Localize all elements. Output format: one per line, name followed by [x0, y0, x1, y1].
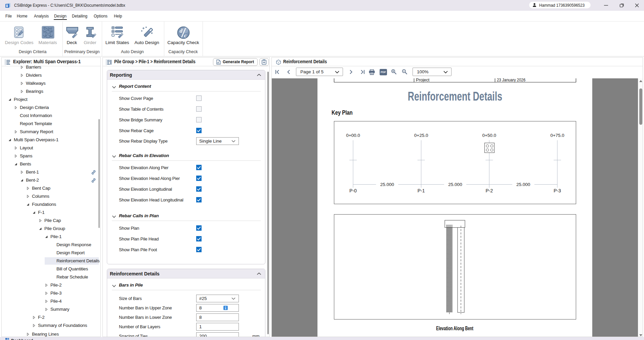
svg-text:25.000: 25.000 [448, 182, 462, 187]
svg-text:P-0: P-0 [349, 188, 357, 193]
svg-text:0+00.0: 0+00.0 [346, 133, 360, 138]
svg-text:P-2: P-2 [485, 188, 493, 193]
svg-text:P-1: P-1 [418, 188, 425, 193]
svg-text:Project: Project [416, 78, 430, 82]
svg-text:25.000: 25.000 [380, 182, 394, 187]
svg-text:23 January 2026: 23 January 2026 [497, 78, 525, 82]
svg-text:c: c [184, 32, 187, 39]
svg-text:d: d [180, 28, 183, 34]
svg-text:0+50.0: 0+50.0 [482, 133, 496, 138]
svg-text:0+25.0: 0+25.0 [414, 133, 428, 138]
svg-text:0+75.0: 0+75.0 [550, 133, 564, 138]
svg-text:25.000: 25.000 [516, 182, 530, 187]
svg-text:P-3: P-3 [554, 188, 561, 193]
